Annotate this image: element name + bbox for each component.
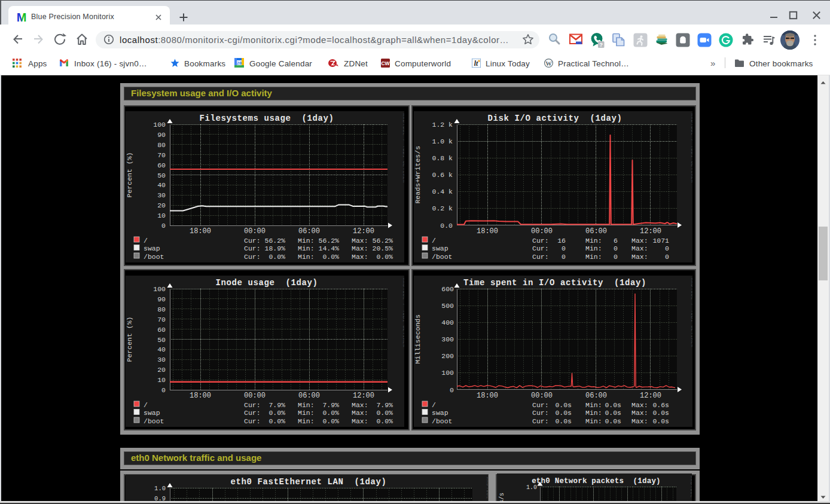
svg-text:7.9%: 7.9% — [322, 401, 339, 409]
svg-text:100: 100 — [153, 121, 166, 129]
svg-text:14.4%: 14.4% — [318, 245, 339, 252]
svg-text:Percent (%): Percent (%) — [126, 152, 133, 198]
svg-text:RRDTOOL / TOBI OETIKER: RRDTOOL / TOBI OETIKER — [402, 114, 404, 184]
svg-text:30: 30 — [157, 356, 166, 364]
svg-text:100: 100 — [441, 369, 454, 377]
svg-text:18.9%: 18.9% — [264, 245, 285, 252]
svg-text:swap: swap — [432, 245, 448, 252]
svg-text:Max:: Max: — [352, 401, 368, 409]
svg-text:Min:: Min: — [585, 401, 602, 409]
svg-text:Min:: Min: — [585, 245, 602, 252]
svg-text:Min:: Min: — [298, 417, 315, 425]
svg-text:0.0: 0.0 — [440, 222, 453, 230]
svg-text:0.0s: 0.0s — [555, 401, 572, 409]
svg-text:06:00: 06:00 — [298, 227, 320, 236]
svg-text:?: ? — [599, 41, 603, 48]
svg-text:18:00: 18:00 — [190, 227, 211, 236]
svg-text:/boot: /boot — [144, 417, 164, 425]
svg-text:70: 70 — [157, 316, 166, 323]
svg-text:10: 10 — [157, 376, 166, 384]
svg-text:00:00: 00:00 — [531, 392, 553, 400]
svg-text:RRDTOOL / TOBI OETIKER: RRDTOOL / TOBI OETIKER — [690, 114, 692, 184]
svg-text:00:00: 00:00 — [244, 227, 266, 236]
svg-text:0: 0 — [614, 253, 618, 261]
svg-text:eth0 Network packets (1day): eth0 Network packets (1day) — [532, 477, 661, 485]
svg-text:60: 60 — [157, 161, 166, 169]
svg-text:18:00: 18:00 — [477, 392, 498, 400]
svg-text:0.0%: 0.0% — [376, 253, 393, 261]
svg-text:0: 0 — [161, 222, 166, 230]
svg-text:RRDTOOL / TOBI OETIKER: RRDTOOL / TOBI OETIKER — [486, 477, 488, 504]
svg-text:0.0%: 0.0% — [268, 409, 285, 417]
svg-text:/boot: /boot — [432, 417, 453, 425]
svg-text:0.6s: 0.6s — [652, 401, 669, 409]
svg-text:06:00: 06:00 — [585, 392, 607, 400]
svg-text:Cur:: Cur: — [244, 245, 261, 252]
svg-text:/boot: /boot — [144, 253, 164, 261]
svg-text:0.0s: 0.0s — [652, 417, 669, 425]
svg-text:20: 20 — [157, 366, 166, 374]
svg-text:0.0s: 0.0s — [555, 409, 572, 417]
svg-text:Cur:: Cur: — [532, 417, 549, 425]
svg-text:00:00: 00:00 — [244, 392, 266, 400]
svg-text:0.8 k: 0.8 k — [432, 154, 453, 162]
svg-text:eth0 FastEthernet LAN (1day): eth0 FastEthernet LAN (1day) — [230, 477, 386, 487]
svg-text:56.2%: 56.2% — [318, 237, 339, 245]
svg-text:/: / — [144, 401, 148, 409]
svg-text:Min:: Min: — [585, 237, 602, 245]
svg-text:0.4 k: 0.4 k — [432, 188, 453, 196]
svg-text:lt: lt — [474, 60, 478, 67]
svg-text:0.6 k: 0.6 k — [432, 171, 453, 179]
svg-text:0: 0 — [562, 245, 566, 252]
svg-text:0.0%: 0.0% — [268, 417, 285, 425]
svg-text:RRDTOOL / TOBI OETIKER: RRDTOOL / TOBI OETIKER — [689, 476, 692, 504]
svg-text:300: 300 — [441, 335, 454, 343]
svg-text:Milliseconds: Milliseconds — [414, 314, 422, 364]
svg-text:Percent (%): Percent (%) — [126, 317, 133, 362]
svg-text:12:00: 12:00 — [640, 392, 661, 400]
svg-text:/boot: /boot — [432, 253, 453, 261]
svg-text:0: 0 — [161, 386, 166, 394]
svg-text:Cur:: Cur: — [244, 237, 261, 245]
svg-text:Min:: Min: — [585, 417, 602, 425]
svg-text:Max:: Max: — [631, 253, 648, 261]
svg-text:90: 90 — [157, 131, 166, 139]
svg-text:1071: 1071 — [652, 237, 669, 245]
svg-text:0: 0 — [450, 386, 454, 394]
svg-text:0.0%: 0.0% — [322, 409, 339, 417]
svg-text:12:00: 12:00 — [640, 227, 661, 236]
svg-text:10: 10 — [157, 212, 166, 219]
svg-text:swap: swap — [432, 409, 448, 417]
svg-text:W: W — [545, 60, 552, 67]
svg-text:Disk I/O activity (1day): Disk I/O activity (1day) — [487, 114, 622, 123]
svg-text:Min:: Min: — [298, 245, 315, 252]
svg-text:0.0%: 0.0% — [376, 417, 393, 425]
svg-text:0.0%: 0.0% — [376, 409, 393, 417]
svg-text:/: / — [432, 401, 436, 409]
svg-text:Max:: Max: — [352, 417, 368, 425]
svg-text:Cur:: Cur: — [532, 245, 549, 252]
svg-text:0.0s: 0.0s — [555, 417, 572, 425]
svg-text:Max:: Max: — [631, 417, 648, 425]
svg-text:0: 0 — [665, 253, 669, 261]
svg-text:0.0%: 0.0% — [322, 417, 339, 425]
svg-text:Max:: Max: — [352, 253, 368, 261]
svg-text:20.5%: 20.5% — [372, 245, 393, 252]
svg-text:20: 20 — [157, 201, 166, 209]
svg-text:06:00: 06:00 — [585, 227, 607, 236]
svg-text:500: 500 — [441, 302, 454, 310]
svg-text:6: 6 — [614, 237, 618, 245]
svg-text:100: 100 — [153, 285, 166, 293]
svg-text:Cur:: Cur: — [532, 401, 549, 409]
svg-text:Time spent in I/O activity (1: Time spent in I/O activity (1day) — [463, 278, 646, 288]
svg-text:28: 28 — [237, 60, 242, 66]
svg-text:0.0s: 0.0s — [652, 409, 669, 417]
svg-text:80: 80 — [157, 141, 166, 149]
svg-text:1.0 k: 1.0 k — [432, 138, 453, 145]
svg-text:56.2%: 56.2% — [264, 237, 285, 245]
svg-text:Cur:: Cur: — [244, 409, 261, 417]
svg-text:80: 80 — [157, 306, 166, 313]
svg-text:Min:: Min: — [585, 409, 602, 417]
svg-text:12:00: 12:00 — [353, 227, 374, 236]
svg-text:06:00: 06:00 — [298, 392, 320, 400]
